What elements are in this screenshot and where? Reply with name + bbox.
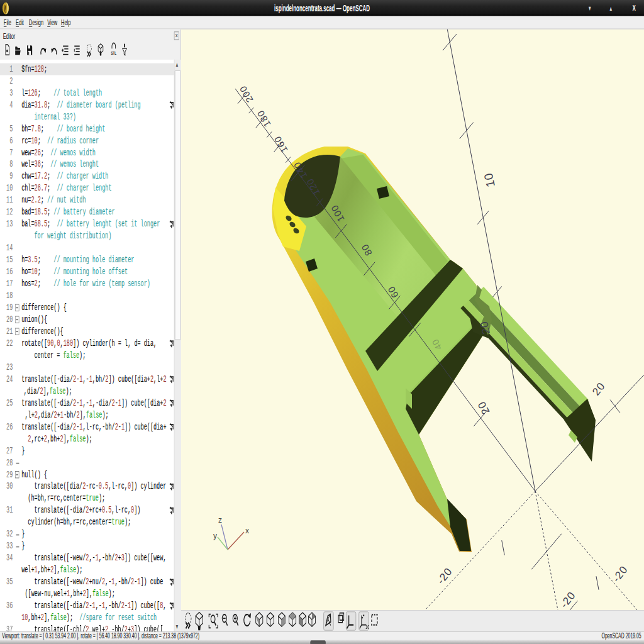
svg-text:10: 10 [365,624,369,631]
